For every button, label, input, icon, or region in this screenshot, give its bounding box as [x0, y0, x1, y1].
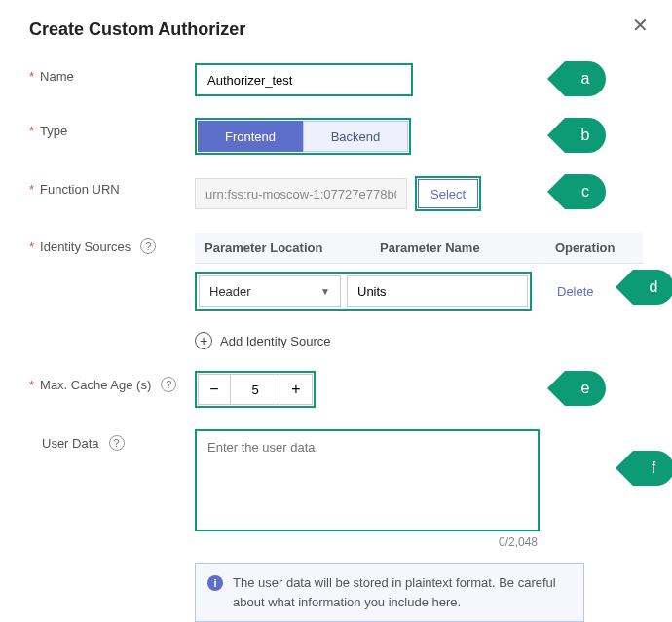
stepper-increase-button[interactable]: +	[280, 374, 313, 405]
required-marker: *	[29, 239, 34, 254]
identity-table-header: Parameter Location Parameter Name Operat…	[195, 233, 643, 264]
user-data-counter: 0/2,048	[195, 535, 538, 549]
dialog-title: Create Custom Authorizer	[29, 19, 643, 40]
label-function-urn: Function URN	[40, 182, 120, 197]
type-backend-button[interactable]: Backend	[303, 121, 408, 152]
callout-c: c	[565, 174, 606, 209]
label-identity-sources: Identity Sources	[40, 239, 131, 254]
parameter-location-select[interactable]: Header ▼	[199, 275, 341, 307]
required-marker: *	[29, 124, 34, 138]
stepper-decrease-button[interactable]: −	[198, 374, 231, 405]
max-cache-age-input[interactable]	[231, 374, 280, 405]
close-icon[interactable]: ✕	[632, 14, 649, 37]
help-icon[interactable]: ?	[161, 377, 176, 392]
parameter-name-input[interactable]	[347, 275, 528, 307]
chevron-down-icon: ▼	[320, 286, 330, 297]
help-icon[interactable]: ?	[109, 435, 125, 451]
callout-f: f	[633, 451, 672, 486]
callout-b: b	[565, 118, 606, 153]
col-header-operation: Operation	[555, 240, 633, 255]
add-identity-source-button[interactable]: + Add Identity Source	[195, 332, 643, 349]
info-note-text: The user data will be stored in plaintex…	[233, 573, 572, 611]
info-icon: i	[207, 575, 223, 591]
col-header-location: Parameter Location	[205, 240, 380, 255]
required-marker: *	[29, 378, 34, 392]
label-name: Name	[40, 69, 74, 84]
add-identity-label: Add Identity Source	[220, 334, 330, 348]
required-marker: *	[29, 182, 34, 197]
required-marker: *	[29, 69, 34, 84]
info-note: i The user data will be stored in plaint…	[195, 563, 584, 622]
user-data-textarea[interactable]	[198, 432, 537, 526]
callout-d: d	[633, 270, 672, 305]
type-frontend-button[interactable]: Frontend	[198, 121, 303, 152]
name-input[interactable]	[198, 66, 410, 93]
plus-icon: +	[195, 332, 212, 349]
delete-identity-link[interactable]: Delete	[557, 284, 594, 299]
col-header-name: Parameter Name	[380, 240, 555, 255]
label-type: Type	[40, 124, 67, 138]
function-urn-input	[195, 178, 407, 209]
select-function-button[interactable]: Select	[418, 179, 478, 208]
parameter-location-value: Header	[209, 284, 251, 299]
callout-e: e	[565, 371, 606, 406]
label-max-cache-age: Max. Cache Age (s)	[40, 378, 151, 392]
callout-a: a	[565, 61, 606, 96]
identity-table-row: Header ▼ Delete d	[195, 264, 643, 318]
help-icon[interactable]: ?	[140, 238, 156, 254]
label-user-data: User Data	[42, 436, 99, 451]
